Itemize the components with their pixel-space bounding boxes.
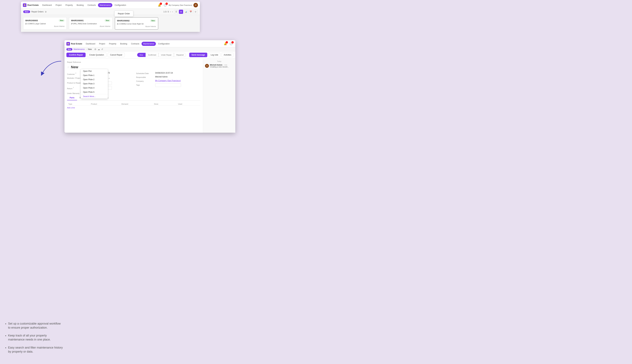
- card-0-header: WH/RO/00003 New: [25, 19, 65, 22]
- company-label: Company: [136, 80, 154, 82]
- col-done: Done: [153, 102, 177, 106]
- favorite-star[interactable]: ☆: [67, 65, 70, 69]
- worksite-arrow[interactable]: →: [108, 77, 110, 80]
- return-help[interactable]: ?: [73, 87, 74, 89]
- step-new[interactable]: New: [137, 53, 146, 57]
- tab-parts[interactable]: Parts: [67, 96, 77, 100]
- w2-nav-property[interactable]: Property: [107, 42, 118, 46]
- dropdown-item-1[interactable]: Open Plote-1: [81, 73, 108, 78]
- kanban-area: WH/RO/00003 New [E-COM07] Large Cabinet …: [21, 15, 200, 32]
- nav-project[interactable]: Project: [54, 3, 63, 7]
- scheduled-date-value: 04/08/2024 15:57:24: [155, 72, 200, 74]
- bullet-2: Keep track of all your property maintena…: [8, 334, 63, 342]
- window1-subheader: New Repair Orders ⚙ 1-3 / 3 ‹ › ☰ ⊞ 📊 📅 …: [21, 9, 200, 15]
- w2-brand-icon: 🏠: [66, 42, 70, 46]
- repair-order-form-window: 🏠 Real Estate Dashboard Project Property…: [65, 40, 235, 133]
- settings-icon[interactable]: ⚙: [45, 11, 47, 13]
- w2-nav-project[interactable]: Project: [98, 42, 107, 46]
- nav-dashboard[interactable]: Dashboard: [41, 3, 53, 7]
- window2-brand[interactable]: 🏠 Real Estate: [66, 42, 82, 46]
- next-page[interactable]: ›: [172, 11, 173, 13]
- add-line-button[interactable]: Add a line: [67, 106, 75, 110]
- dropdown-item-2[interactable]: Open Plote-2: [81, 78, 108, 82]
- card-2-ref: WH/RO/00002: [117, 20, 130, 22]
- action-bar: Confirm Repair Create Quotation Cancel R…: [65, 51, 235, 58]
- w2-nav-maintenance[interactable]: Maintenance: [141, 42, 156, 46]
- customer-help[interactable]: ?: [75, 72, 76, 74]
- nav-contracts[interactable]: Contracts: [86, 3, 97, 7]
- company-name: My Company (San Francisco): [169, 4, 192, 6]
- w2-notif-2[interactable]: 🕐 4: [229, 42, 233, 46]
- dropdown-item-5[interactable]: Open Plote-5: [81, 90, 108, 94]
- cancel-repair-button[interactable]: Cancel Repair: [108, 53, 125, 57]
- card-1-ref: WH/RO/00001: [71, 20, 84, 22]
- responsible-value: Mitchell Admin: [155, 76, 200, 78]
- card-0-product: [E-COM07] Large Cabinet: [25, 23, 65, 25]
- list-view[interactable]: ☰: [174, 10, 178, 14]
- graph-view[interactable]: 📊: [184, 10, 188, 14]
- step-repaired[interactable]: Repaired: [174, 53, 186, 57]
- kanban-card-2[interactable]: WH/RO/00002 New [E-COM06] Corner Desk Ri…: [115, 17, 158, 30]
- form-title-row: ☆ New: [67, 65, 200, 69]
- activities-button[interactable]: Activities: [222, 53, 233, 57]
- w2-nav-configuration[interactable]: Configuration: [156, 42, 171, 46]
- breadcrumb[interactable]: Repair Orders: [32, 11, 44, 13]
- card-1-company: Azure Interior: [71, 25, 110, 27]
- tags-label: Tags: [136, 84, 154, 86]
- repair-order-tooltip: Repair Order: [114, 11, 133, 16]
- nav-configuration[interactable]: Configuration: [113, 3, 128, 7]
- tags-input[interactable]: [155, 84, 181, 87]
- arrow-decoration: [32, 58, 68, 77]
- w2-nav-contracts[interactable]: Contracts: [129, 42, 141, 46]
- more-view[interactable]: ⊙: [193, 10, 198, 14]
- notification-activity[interactable]: 🕐 10: [163, 3, 167, 8]
- step-under-repair[interactable]: Under Repair: [159, 53, 174, 57]
- notification-bell-1[interactable]: 🔔 9: [157, 3, 162, 8]
- dropdown-item-0[interactable]: Open Plot: [81, 69, 108, 73]
- responsible-label: Responsible: [136, 76, 154, 78]
- nav-booking[interactable]: Booking: [75, 3, 85, 7]
- notif-count-1: 9: [160, 2, 162, 5]
- cloud-save-icon[interactable]: ☁: [98, 48, 100, 50]
- w2-brand-name: Real Estate: [71, 42, 82, 45]
- company-value[interactable]: My Company (San Francisco): [155, 80, 200, 82]
- kanban-view[interactable]: ⊞: [179, 10, 183, 14]
- card-0-company: Azure Interior: [25, 25, 65, 27]
- send-message-button[interactable]: Send message: [189, 53, 207, 57]
- chatter-avatar: M: [205, 64, 209, 68]
- nav-property[interactable]: Property: [64, 3, 74, 7]
- chatter-author: Mitchell Admin: [210, 64, 223, 66]
- step-confirmed[interactable]: Confirmed: [146, 53, 159, 57]
- repair-ref-label: Repair Reference: [67, 61, 200, 63]
- form-new-badge: New: [66, 48, 72, 50]
- col-used: Used: [177, 102, 200, 106]
- calendar-view[interactable]: 📅: [188, 10, 193, 14]
- card-2-product: [E-COM06] Corner Desk Right Sit: [117, 23, 156, 25]
- user-avatar[interactable]: M: [193, 3, 198, 8]
- log-note-button[interactable]: Log note: [208, 53, 220, 57]
- w2-notif-1[interactable]: 🔔 9: [223, 42, 228, 46]
- breadcrumb-current: New: [88, 48, 92, 50]
- repair-orders-window: 🏠 Real Estate Dashboard Project Property…: [21, 2, 200, 32]
- settings-icon-form[interactable]: ⚙: [94, 48, 96, 50]
- w2-nav-dashboard[interactable]: Dashboard: [84, 42, 97, 46]
- refresh-icon[interactable]: ↺: [101, 48, 103, 50]
- dropdown-search-more[interactable]: Search More...: [81, 94, 108, 98]
- breadcrumb-maintenance-link[interactable]: Maintenance: [74, 48, 85, 50]
- col-product: Product: [90, 102, 120, 106]
- prev-page[interactable]: ‹: [170, 11, 171, 13]
- card-1-badge: New: [104, 19, 110, 22]
- worksite-dropdown: Open Plot Open Plote-1 Open Plote-2 Open…: [81, 69, 108, 99]
- dropdown-item-3[interactable]: Open Plote-3: [81, 82, 108, 86]
- kanban-card-0[interactable]: WH/RO/00003 New [E-COM07] Large Cabinet …: [23, 17, 67, 30]
- nav-maintenance[interactable]: Maintenance: [98, 3, 112, 7]
- card-0-badge: New: [59, 19, 65, 22]
- kanban-card-1[interactable]: WH/RO/00001 New [FURN_7800] Desk Combina…: [69, 17, 112, 30]
- confirm-repair-button[interactable]: Confirm Repair: [66, 53, 86, 57]
- create-quotation-button[interactable]: Create Quotation: [87, 53, 106, 57]
- window1-brand[interactable]: 🏠 Real Estate: [23, 4, 39, 7]
- form-header-icons: ⚙ ☁ ↺: [94, 48, 103, 50]
- dropdown-item-4[interactable]: Open Plote-4: [81, 86, 108, 90]
- card-1-product: [FURN_7800] Desk Combination: [71, 23, 110, 25]
- w2-nav-booking[interactable]: Booking: [119, 42, 129, 46]
